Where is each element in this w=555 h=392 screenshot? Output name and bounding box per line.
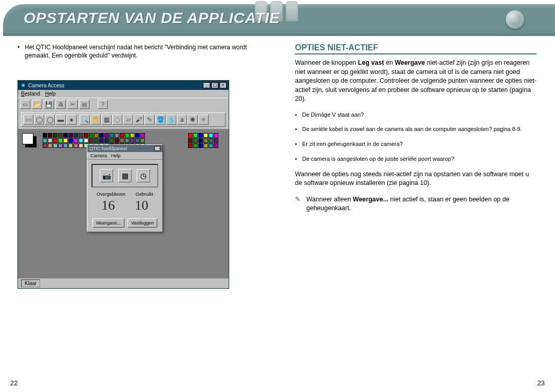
app-screenshot: Camera Access _ ▢ × Bestand Help ▭ 📂 💾 🖶… <box>17 80 229 289</box>
qtic-checker-icon[interactable]: ▩ <box>118 169 132 182</box>
check-item: De camera is aangesloten op de juiste se… <box>295 155 536 163</box>
tool-circle-icon[interactable]: ◯ <box>34 115 44 125</box>
qtic-icon-row: 📷 ▩ ◷ <box>91 164 158 188</box>
tool-cut-icon[interactable]: ✂ <box>67 100 78 109</box>
window-title: Camera Access <box>28 83 64 88</box>
tool-select-icon[interactable]: ▦ <box>101 115 112 125</box>
tool-wand-icon[interactable]: ✧ <box>198 115 209 125</box>
tool-print-icon[interactable]: 🖶 <box>55 100 66 109</box>
qtic-vastleggen-button[interactable]: Vastleggen <box>127 218 157 228</box>
camera-icon <box>20 82 26 88</box>
window-controls: _ ▢ × <box>203 82 227 88</box>
check-item: De Dimâge V staat aan? <box>295 111 536 119</box>
foreground-swatch[interactable] <box>22 133 33 144</box>
tool-fillrect-icon[interactable]: ▬ <box>55 115 66 125</box>
qtic-weergave-button[interactable]: Weergave... <box>92 218 124 228</box>
toolbar-primary: ▭ 📂 💾 🖶 ✂ ▤ ? <box>18 98 229 110</box>
tool-lasso-icon[interactable]: ◌ <box>112 115 122 125</box>
reinstall-paragraph: Wanneer de opties nog steeds niet-actief… <box>295 170 536 188</box>
check-item: De seriële kabel is zowel aan de camera … <box>295 125 536 133</box>
intro-paragraph: Wanneer de knoppen Leg vast en Weergave … <box>295 59 536 104</box>
tool-eraser-icon[interactable]: ▱ <box>123 115 133 125</box>
qtic-close-button[interactable]: × <box>154 146 160 151</box>
tool-save-icon[interactable]: 💾 <box>44 100 54 109</box>
right-column: OPTIES NIET-ACTIEF Wanneer de knoppen Le… <box>295 43 536 289</box>
tool-oval-icon[interactable]: ◯ <box>45 115 55 125</box>
qtic-label-used: Gebruikt <box>136 192 153 197</box>
qtic-main-panel: QTIC hoofdpaneel × Camera Help 📷 ▩ ◷ <box>87 144 163 232</box>
section-heading: OPTIES NIET-ACTIEF <box>295 43 536 54</box>
page-number-left: 22 <box>10 379 17 387</box>
page-number-right: 23 <box>538 379 545 387</box>
tool-open-icon[interactable]: 📂 <box>32 100 42 109</box>
toolbar-secondary: ▭ ◯ ◯ ▬ ● 🔍 ✋ ▦ ◌ ▱ 🖌 ✎ 🪣 💧 a ✺ <box>21 113 226 127</box>
tool-pencil-icon[interactable]: ✎ <box>144 115 155 125</box>
check-item: Er zit een geheugenkaart in de camera? <box>295 140 536 148</box>
tool-text-icon[interactable]: a <box>177 115 187 125</box>
qtic-gauge-icon[interactable]: ◷ <box>137 169 150 182</box>
intro-bullet: Het QTIC Hoofdpaneel verschijnt nadat he… <box>17 43 264 60</box>
close-button[interactable]: × <box>219 82 227 88</box>
maximize-button[interactable]: ▢ <box>211 82 218 88</box>
left-column: Het QTIC Hoofdpaneel verschijnt nadat he… <box>17 43 264 289</box>
tool-sheet-icon[interactable]: ▤ <box>79 100 89 109</box>
status-bar: Klaar <box>18 278 229 288</box>
decorative-knob <box>506 10 524 29</box>
menu-help[interactable]: Help <box>45 91 56 97</box>
qtic-count-remaining: 16 <box>102 198 115 213</box>
canvas-area: QTIC hoofdpaneel × Camera Help 📷 ▩ ◷ <box>18 129 229 278</box>
tool-zoom-icon[interactable]: 🔍 <box>80 115 90 125</box>
tool-dropper-icon[interactable]: 💧 <box>166 115 176 125</box>
header-band: OPSTARTEN VAN DE APPLICATIE <box>3 4 555 36</box>
qtic-camera-icon[interactable]: 📷 <box>100 169 113 182</box>
tool-new-icon[interactable]: ▭ <box>20 100 30 109</box>
tool-brush-icon[interactable]: 🖌 <box>134 115 144 125</box>
tool-help-icon[interactable]: ? <box>98 100 108 109</box>
menu-file[interactable]: Bestand <box>21 91 40 97</box>
qtic-label-remaining: Overgebleven <box>97 192 125 197</box>
color-palette-right[interactable] <box>188 133 218 148</box>
page-title: OPSTARTEN VAN DE APPLICATIE <box>24 9 280 27</box>
tool-stamp-icon[interactable]: ✺ <box>188 115 198 125</box>
qtic-count-used: 10 <box>135 198 149 213</box>
qtic-menu-camera[interactable]: Camera <box>90 153 107 158</box>
note-paragraph: Wanneer alleen Weergave... niet actief i… <box>295 195 536 213</box>
minimize-button[interactable]: _ <box>203 82 210 88</box>
qtic-menu-help[interactable]: Help <box>111 153 121 158</box>
qtic-title-text: QTIC hoofdpaneel <box>89 146 127 151</box>
tool-hand-icon[interactable]: ✋ <box>90 115 101 125</box>
tool-rect-icon[interactable]: ▭ <box>23 115 33 125</box>
main-menu-bar: Bestand Help <box>18 90 229 98</box>
status-text: Klaar <box>21 279 40 287</box>
window-titlebar: Camera Access _ ▢ × <box>18 81 229 90</box>
qtic-menu-bar: Camera Help <box>87 152 162 160</box>
qtic-titlebar: QTIC hoofdpaneel × <box>87 145 162 152</box>
page-content: Het QTIC Hoofdpaneel verschijnt nadat he… <box>0 36 555 289</box>
decorative-tab <box>286 1 298 22</box>
tool-bucket-icon[interactable]: 🪣 <box>155 115 165 125</box>
tool-fillcircle-icon[interactable]: ● <box>66 115 77 125</box>
